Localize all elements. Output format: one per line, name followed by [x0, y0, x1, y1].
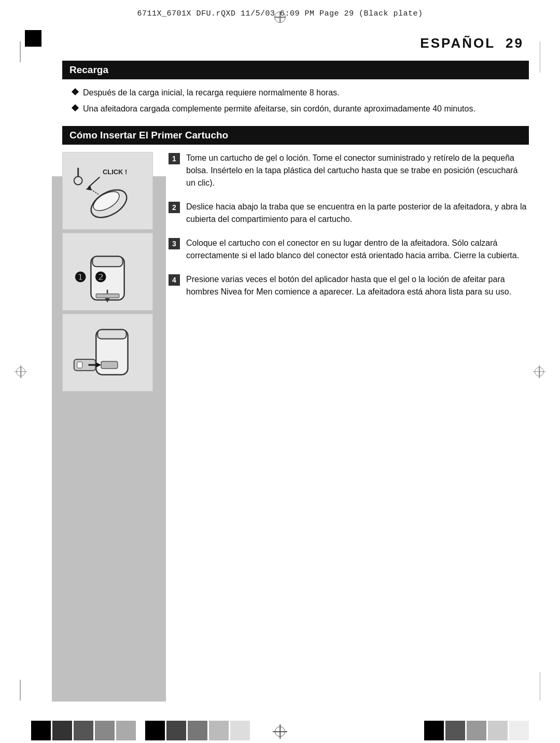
step-item-4: 4 Presione varias veces el botón del apl… [169, 273, 529, 298]
illustration-2: ❶ ❷ [63, 233, 152, 310]
color-sq-spacer [137, 721, 144, 740]
sidebar-images: CLICK ! [62, 152, 158, 391]
section-insertar-header: Cómo Insertar El Primer Cartucho [62, 126, 529, 145]
r-color-sq-2 [445, 721, 465, 740]
svg-rect-0 [63, 152, 152, 229]
step-text-1: Tome un cartucho de gel o loción. Tome e… [186, 152, 529, 189]
color-sq-8 [188, 721, 207, 740]
svg-text:❶: ❶ [74, 270, 86, 285]
reg-line-br [540, 672, 541, 700]
step-text-4: Presione varias veces el botón del aplic… [186, 273, 529, 298]
step-item-1: 1 Tome un cartucho de gel o loción. Tome… [169, 152, 529, 189]
bottom-reg-mark [273, 724, 287, 739]
step-item-3: 3 Coloque el cartucho con el conector en… [169, 237, 529, 262]
svg-rect-24 [77, 362, 82, 368]
recarga-bullets: Después de la carga inicial, la recarga … [73, 87, 529, 115]
illustration-1: CLICK ! [63, 152, 152, 229]
svg-text:CLICK !: CLICK ! [103, 168, 127, 176]
corner-black-tl [25, 30, 41, 47]
image-box-3 [62, 314, 153, 391]
r-color-sq-5 [509, 721, 529, 740]
color-sq-10 [230, 721, 250, 740]
color-sq-1 [31, 721, 51, 740]
svg-rect-23 [101, 361, 118, 369]
steps-area: 1 Tome un cartucho de gel o loción. Tome… [169, 152, 529, 391]
bullet-text-2: Una afeitadora cargada complemente permi… [83, 103, 475, 115]
color-sq-3 [74, 721, 93, 740]
bullet-diamond-2 [72, 104, 79, 111]
step-number-4: 4 [169, 274, 180, 286]
color-sq-2 [52, 721, 72, 740]
color-sq-5 [116, 721, 136, 740]
step-number-2: 2 [169, 202, 180, 213]
reg-line-tr [540, 41, 541, 73]
r-color-sq-1 [424, 721, 444, 740]
color-sq-9 [209, 721, 229, 740]
color-sq-4 [95, 721, 115, 740]
reg-line-bl [20, 680, 21, 700]
step-text-2: Deslice hacia abajo la traba que se encu… [186, 201, 529, 226]
color-sq-7 [166, 721, 186, 740]
right-reg-mark [533, 366, 545, 378]
bottom-bar [0, 718, 560, 743]
step-item-2: 2 Deslice hacia abajo la traba que se en… [169, 201, 529, 226]
bullet-text-1: Después de la carga inicial, la recarga … [83, 87, 339, 99]
step-number-1: 1 [169, 153, 180, 164]
reg-line-tl [20, 41, 21, 62]
right-color-squares [424, 721, 529, 740]
svg-rect-11 [92, 257, 122, 267]
color-squares [31, 721, 251, 740]
top-reg-mark [274, 11, 286, 23]
page-title: ESPAÑOL 29 [62, 35, 529, 51]
color-sq-6 [145, 721, 165, 740]
image-box-2: ❶ ❷ [62, 233, 153, 311]
svg-rect-19 [97, 330, 126, 339]
r-color-sq-3 [467, 721, 486, 740]
bullet-item-1: Después de la carga inicial, la recarga … [73, 87, 529, 99]
illustration-3 [63, 314, 152, 391]
r-color-sq-4 [488, 721, 508, 740]
instructions-area: CLICK ! [62, 152, 529, 391]
svg-rect-16 [96, 294, 119, 298]
step-text-3: Coloque el cartucho con el conector en s… [186, 237, 529, 262]
bullet-item-2: Una afeitadora cargada complemente permi… [73, 103, 529, 115]
image-box-1: CLICK ! [62, 152, 153, 230]
left-reg-mark [15, 366, 27, 378]
bullet-diamond-1 [72, 88, 79, 95]
step-number-3: 3 [169, 238, 180, 249]
section-recarga-header: Recarga [62, 61, 529, 79]
svg-text:❷: ❷ [94, 270, 106, 285]
